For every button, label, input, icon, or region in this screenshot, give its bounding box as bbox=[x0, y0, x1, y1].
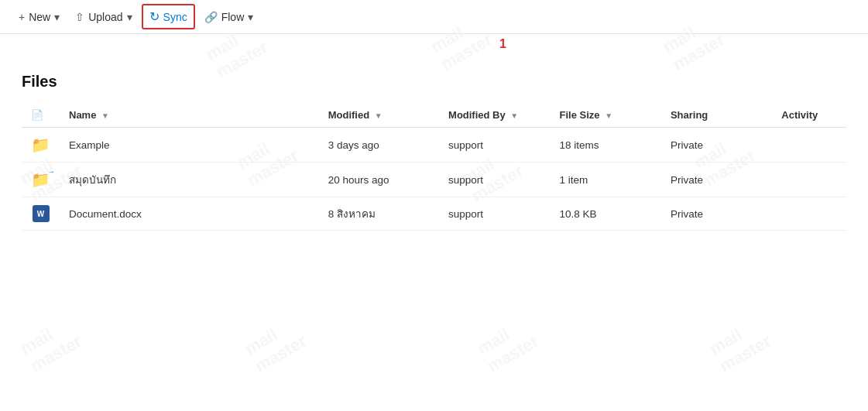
table-row[interactable]: W Document.docx 8 สิงหาคม support 10.8 K… bbox=[22, 197, 846, 231]
file-icon-cell: W bbox=[22, 197, 60, 231]
flow-chevron-icon: ▾ bbox=[248, 11, 253, 23]
new-chevron-icon: ▾ bbox=[54, 11, 60, 23]
file-activity bbox=[772, 163, 846, 197]
col-sharing-header: Sharing bbox=[661, 103, 772, 128]
modifiedby-sort-icon: ▼ bbox=[510, 111, 518, 120]
file-modified-by: support bbox=[439, 163, 550, 197]
sync-icon: ↻ bbox=[149, 9, 160, 24]
flow-button[interactable]: 🔗 Flow ▾ bbox=[198, 7, 260, 27]
sync-button[interactable]: ↻ Sync bbox=[142, 4, 195, 29]
table-header-row: 📄 Name ▼ Modified ▼ Modified By ▼ File S… bbox=[22, 103, 846, 128]
new-label: New bbox=[29, 11, 50, 23]
file-name[interactable]: Example bbox=[60, 128, 319, 163]
new-button[interactable]: + New ▾ bbox=[12, 7, 66, 27]
file-size: 1 item bbox=[550, 163, 660, 197]
folder-icon: 📁 bbox=[31, 136, 50, 153]
col-activity-header: Activity bbox=[772, 103, 846, 128]
file-type-icon: 📄 bbox=[31, 109, 43, 121]
file-size: 10.8 KB bbox=[550, 197, 660, 231]
col-name-header[interactable]: Name ▼ bbox=[60, 103, 319, 128]
table-row[interactable]: 📁 → สมุดบันทึก 20 hours ago support 1 it… bbox=[22, 163, 846, 197]
col-modifiedby-header[interactable]: Modified By ▼ bbox=[439, 103, 550, 128]
upload-label: Upload bbox=[88, 11, 122, 23]
col-modified-header[interactable]: Modified ▼ bbox=[319, 103, 439, 128]
modified-sort-icon: ▼ bbox=[375, 111, 383, 120]
sync-label: Sync bbox=[163, 11, 187, 23]
files-section: Files 📄 Name ▼ Modified ▼ Modified By ▼ bbox=[0, 57, 868, 231]
file-name[interactable]: สมุดบันทึก bbox=[60, 163, 319, 197]
sync-arrow-badge: → bbox=[47, 167, 55, 176]
filesize-sort-icon: ▼ bbox=[605, 111, 612, 120]
file-activity bbox=[772, 197, 846, 231]
file-sharing: Private bbox=[661, 163, 772, 197]
files-table: 📄 Name ▼ Modified ▼ Modified By ▼ File S… bbox=[22, 103, 846, 231]
file-modified: 8 สิงหาคม bbox=[319, 197, 439, 231]
file-sharing: Private bbox=[661, 128, 772, 163]
file-sharing: Private bbox=[661, 197, 772, 231]
file-modified: 20 hours ago bbox=[319, 163, 439, 197]
file-modified-by: support bbox=[439, 197, 550, 231]
toolbar: + New ▾ ⇧ Upload ▾ ↻ Sync 🔗 Flow ▾ bbox=[0, 0, 868, 34]
folder-icon: 📁 → bbox=[31, 170, 50, 189]
file-name[interactable]: Document.docx bbox=[60, 197, 319, 231]
file-icon-cell: 📁 bbox=[22, 128, 60, 163]
files-title: Files bbox=[22, 73, 846, 91]
file-modified-by: support bbox=[439, 128, 550, 163]
name-sort-icon: ▼ bbox=[101, 111, 109, 120]
flow-icon: 🔗 bbox=[204, 11, 218, 23]
upload-icon: ⇧ bbox=[75, 11, 84, 23]
file-activity bbox=[772, 128, 846, 163]
file-size: 18 items bbox=[550, 128, 660, 163]
table-row[interactable]: 📁 Example 3 days ago support 18 items Pr… bbox=[22, 128, 846, 163]
plus-icon: + bbox=[19, 11, 25, 23]
upload-chevron-icon: ▾ bbox=[127, 11, 132, 23]
flow-label: Flow bbox=[221, 11, 245, 23]
step-indicator: 1 bbox=[138, 34, 868, 57]
word-icon: W bbox=[33, 205, 50, 222]
upload-button[interactable]: ⇧ Upload ▾ bbox=[69, 7, 138, 27]
file-modified: 3 days ago bbox=[319, 128, 439, 163]
col-filesize-header[interactable]: File Size ▼ bbox=[550, 103, 660, 128]
col-icon-header: 📄 bbox=[22, 103, 60, 128]
file-icon-cell: 📁 → bbox=[22, 163, 60, 197]
